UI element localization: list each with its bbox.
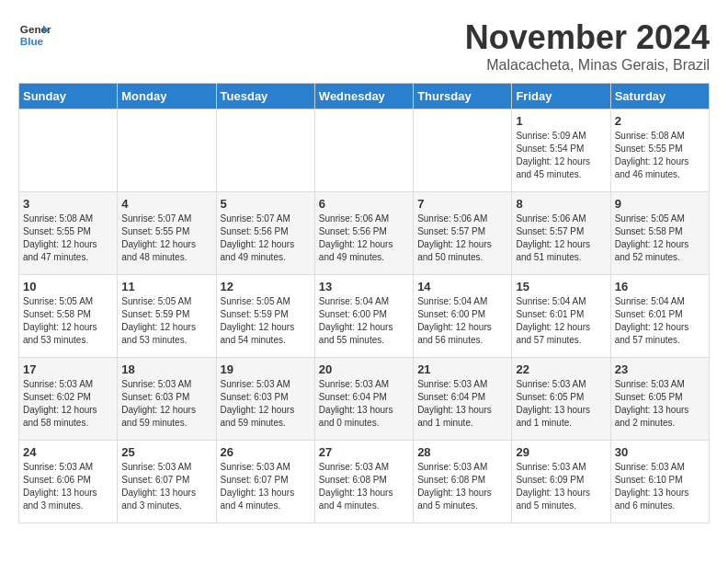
calendar-week-row: 3Sunrise: 5:08 AM Sunset: 5:55 PM Daylig… (19, 192, 710, 275)
day-info: Sunrise: 5:03 AM Sunset: 6:02 PM Dayligh… (23, 378, 113, 430)
day-info: Sunrise: 5:08 AM Sunset: 5:55 PM Dayligh… (23, 213, 113, 264)
day-info: Sunrise: 5:03 AM Sunset: 6:05 PM Dayligh… (516, 378, 606, 430)
day-number: 9 (615, 197, 705, 211)
day-number: 8 (516, 197, 606, 211)
day-info: Sunrise: 5:03 AM Sunset: 6:08 PM Dayligh… (319, 461, 409, 512)
day-number: 12 (221, 280, 311, 293)
calendar-body: 1Sunrise: 5:09 AM Sunset: 5:54 PM Daylig… (19, 109, 710, 523)
day-info: Sunrise: 5:03 AM Sunset: 6:09 PM Dayligh… (516, 461, 606, 512)
day-info: Sunrise: 5:07 AM Sunset: 5:55 PM Dayligh… (121, 213, 211, 264)
calendar-cell: 7Sunrise: 5:06 AM Sunset: 5:57 PM Daylig… (414, 192, 512, 275)
weekday-header: Sunday (19, 84, 118, 109)
day-number: 30 (615, 445, 705, 459)
day-info: Sunrise: 5:03 AM Sunset: 6:05 PM Dayligh… (615, 378, 705, 430)
calendar-cell: 10Sunrise: 5:05 AM Sunset: 5:58 PM Dayli… (19, 275, 118, 358)
logo: General Blue (18, 18, 51, 52)
calendar-cell: 3Sunrise: 5:08 AM Sunset: 5:55 PM Daylig… (19, 192, 118, 275)
title-section: November 2024 Malacacheta, Minas Gerais,… (465, 18, 710, 74)
day-info: Sunrise: 5:06 AM Sunset: 5:56 PM Dayligh… (319, 213, 409, 264)
day-number: 24 (23, 445, 113, 459)
day-info: Sunrise: 5:04 AM Sunset: 6:01 PM Dayligh… (516, 295, 606, 347)
day-number: 19 (221, 362, 311, 376)
calendar-cell: 18Sunrise: 5:03 AM Sunset: 6:03 PM Dayli… (118, 358, 216, 441)
day-number: 28 (417, 445, 507, 459)
header-row: SundayMondayTuesdayWednesdayThursdayFrid… (19, 84, 710, 109)
calendar-cell: 21Sunrise: 5:03 AM Sunset: 6:04 PM Dayli… (414, 358, 512, 441)
day-info: Sunrise: 5:04 AM Sunset: 6:01 PM Dayligh… (615, 295, 705, 347)
day-info: Sunrise: 5:08 AM Sunset: 5:55 PM Dayligh… (615, 130, 705, 181)
logo-icon: General Blue (18, 18, 51, 52)
day-info: Sunrise: 5:03 AM Sunset: 6:08 PM Dayligh… (417, 461, 507, 512)
weekday-header: Monday (118, 84, 216, 109)
weekday-header: Wednesday (314, 84, 413, 109)
calendar-cell: 12Sunrise: 5:05 AM Sunset: 5:59 PM Dayli… (216, 275, 314, 358)
page-header: General Blue November 2024 Malacacheta, … (18, 18, 710, 74)
calendar-cell: 8Sunrise: 5:06 AM Sunset: 5:57 PM Daylig… (512, 192, 610, 275)
weekday-header: Friday (512, 84, 610, 109)
calendar-cell: 1Sunrise: 5:09 AM Sunset: 5:54 PM Daylig… (512, 109, 610, 192)
day-number: 20 (319, 362, 409, 376)
day-number: 16 (615, 280, 705, 293)
location-subtitle: Malacacheta, Minas Gerais, Brazil (465, 57, 710, 74)
day-info: Sunrise: 5:03 AM Sunset: 6:06 PM Dayligh… (23, 461, 113, 512)
calendar-cell (19, 109, 118, 192)
svg-text:Blue: Blue (20, 35, 44, 47)
day-number: 4 (121, 197, 211, 211)
day-info: Sunrise: 5:03 AM Sunset: 6:03 PM Dayligh… (221, 378, 311, 430)
day-number: 22 (516, 362, 606, 376)
weekday-header: Thursday (414, 84, 512, 109)
calendar-cell: 22Sunrise: 5:03 AM Sunset: 6:05 PM Dayli… (512, 358, 610, 441)
day-number: 15 (516, 280, 606, 293)
day-info: Sunrise: 5:04 AM Sunset: 6:00 PM Dayligh… (417, 295, 507, 347)
calendar-cell (314, 109, 413, 192)
day-info: Sunrise: 5:03 AM Sunset: 6:10 PM Dayligh… (615, 461, 705, 512)
calendar-week-row: 1Sunrise: 5:09 AM Sunset: 5:54 PM Daylig… (19, 109, 710, 192)
calendar-cell (216, 109, 314, 192)
calendar-cell: 13Sunrise: 5:04 AM Sunset: 6:00 PM Dayli… (314, 275, 413, 358)
day-info: Sunrise: 5:03 AM Sunset: 6:04 PM Dayligh… (319, 378, 409, 430)
day-number: 1 (516, 114, 606, 128)
day-number: 13 (319, 280, 409, 293)
calendar-cell (118, 109, 216, 192)
calendar-table: SundayMondayTuesdayWednesdayThursdayFrid… (18, 83, 710, 523)
day-info: Sunrise: 5:05 AM Sunset: 5:59 PM Dayligh… (221, 295, 311, 347)
day-number: 29 (516, 445, 606, 459)
calendar-cell (414, 109, 512, 192)
calendar-week-row: 17Sunrise: 5:03 AM Sunset: 6:02 PM Dayli… (19, 358, 710, 441)
day-info: Sunrise: 5:03 AM Sunset: 6:04 PM Dayligh… (417, 378, 507, 430)
day-number: 25 (121, 445, 211, 459)
day-number: 10 (23, 280, 113, 293)
calendar-week-row: 24Sunrise: 5:03 AM Sunset: 6:06 PM Dayli… (19, 441, 710, 523)
calendar-cell: 28Sunrise: 5:03 AM Sunset: 6:08 PM Dayli… (414, 441, 512, 523)
day-info: Sunrise: 5:05 AM Sunset: 5:58 PM Dayligh… (615, 213, 705, 264)
day-info: Sunrise: 5:06 AM Sunset: 5:57 PM Dayligh… (417, 213, 507, 264)
day-number: 26 (221, 445, 311, 459)
calendar-cell: 4Sunrise: 5:07 AM Sunset: 5:55 PM Daylig… (118, 192, 216, 275)
day-number: 2 (615, 114, 705, 128)
day-info: Sunrise: 5:03 AM Sunset: 6:07 PM Dayligh… (221, 461, 311, 512)
calendar-cell: 5Sunrise: 5:07 AM Sunset: 5:56 PM Daylig… (216, 192, 314, 275)
day-number: 23 (615, 362, 705, 376)
calendar-cell: 9Sunrise: 5:05 AM Sunset: 5:58 PM Daylig… (610, 192, 709, 275)
calendar-cell: 2Sunrise: 5:08 AM Sunset: 5:55 PM Daylig… (610, 109, 709, 192)
calendar-cell: 14Sunrise: 5:04 AM Sunset: 6:00 PM Dayli… (414, 275, 512, 358)
day-info: Sunrise: 5:09 AM Sunset: 5:54 PM Dayligh… (516, 130, 606, 181)
calendar-cell: 26Sunrise: 5:03 AM Sunset: 6:07 PM Dayli… (216, 441, 314, 523)
day-info: Sunrise: 5:05 AM Sunset: 5:59 PM Dayligh… (121, 295, 211, 347)
day-number: 21 (417, 362, 507, 376)
calendar-cell: 6Sunrise: 5:06 AM Sunset: 5:56 PM Daylig… (314, 192, 413, 275)
day-number: 14 (417, 280, 507, 293)
day-info: Sunrise: 5:03 AM Sunset: 6:07 PM Dayligh… (121, 461, 211, 512)
day-number: 7 (417, 197, 507, 211)
calendar-cell: 24Sunrise: 5:03 AM Sunset: 6:06 PM Dayli… (19, 441, 118, 523)
day-number: 11 (121, 280, 211, 293)
day-number: 6 (319, 197, 409, 211)
calendar-cell: 16Sunrise: 5:04 AM Sunset: 6:01 PM Dayli… (610, 275, 709, 358)
calendar-cell: 19Sunrise: 5:03 AM Sunset: 6:03 PM Dayli… (216, 358, 314, 441)
calendar-cell: 20Sunrise: 5:03 AM Sunset: 6:04 PM Dayli… (314, 358, 413, 441)
calendar-cell: 30Sunrise: 5:03 AM Sunset: 6:10 PM Dayli… (610, 441, 709, 523)
calendar-week-row: 10Sunrise: 5:05 AM Sunset: 5:58 PM Dayli… (19, 275, 710, 358)
day-number: 17 (23, 362, 113, 376)
day-number: 3 (23, 197, 113, 211)
calendar-header: SundayMondayTuesdayWednesdayThursdayFrid… (19, 84, 710, 109)
